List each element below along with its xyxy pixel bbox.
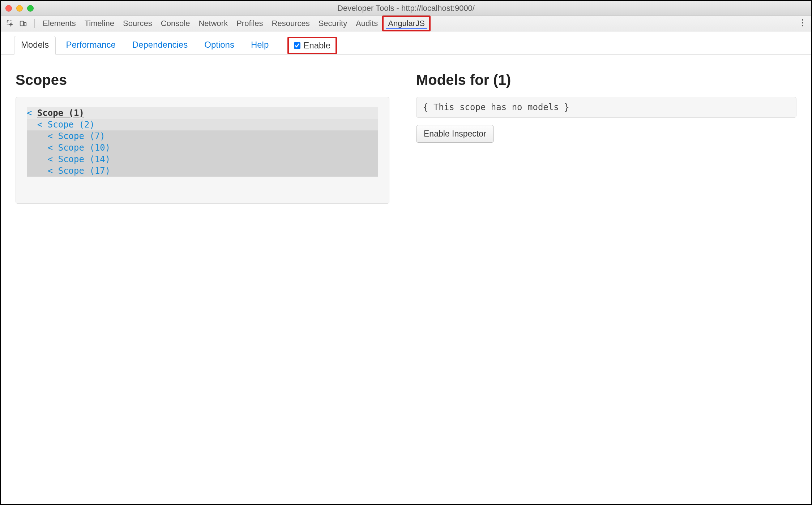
panel-tab-audits[interactable]: Audits xyxy=(351,16,382,31)
panel-tab-security[interactable]: Security xyxy=(314,16,351,31)
scope-row[interactable]: < Scope (1) xyxy=(27,107,378,119)
scopes-panel: < Scope (1) < Scope (2) < Scope (7) < Sc… xyxy=(16,97,389,204)
scope-row[interactable]: < Scope (10) xyxy=(27,142,378,154)
scope-row[interactable]: < Scope (7) xyxy=(27,130,378,142)
devtools-panel-tabs: ElementsTimelineSourcesConsoleNetworkPro… xyxy=(1,16,811,31)
subtab-options[interactable]: Options xyxy=(198,36,241,54)
models-body: { This scope has no models } xyxy=(416,97,796,118)
svg-point-3 xyxy=(802,19,803,21)
enable-label: Enable xyxy=(303,40,330,51)
window-title: Developer Tools - http://localhost:9000/ xyxy=(1,4,811,13)
toolbar-divider xyxy=(34,19,35,28)
panel-tab-angularjs[interactable]: AngularJS xyxy=(382,16,431,31)
window-titlebar: Developer Tools - http://localhost:9000/ xyxy=(1,1,811,16)
scope-row[interactable]: < Scope (17) xyxy=(27,165,378,177)
scope-tree: < Scope (1) < Scope (2) < Scope (7) < Sc… xyxy=(27,107,378,177)
main-content: Scopes < Scope (1) < Scope (2) < Scope (… xyxy=(1,55,811,221)
angularjs-subtabs: ModelsPerformanceDependenciesOptionsHelp… xyxy=(1,31,811,55)
enable-checkbox-container[interactable]: Enable xyxy=(287,37,337,54)
close-window-button[interactable] xyxy=(5,5,12,12)
subtab-dependencies[interactable]: Dependencies xyxy=(126,36,194,54)
subtab-performance[interactable]: Performance xyxy=(59,36,122,54)
scopes-title: Scopes xyxy=(16,72,389,88)
enable-inspector-button[interactable]: Enable Inspector xyxy=(416,125,494,143)
models-title: Models for (1) xyxy=(416,72,796,88)
device-mode-icon[interactable] xyxy=(18,18,29,29)
models-column: Models for (1) { This scope has no model… xyxy=(416,72,796,204)
svg-point-4 xyxy=(802,22,803,23)
panel-tab-timeline[interactable]: Timeline xyxy=(80,16,119,31)
svg-point-5 xyxy=(802,25,803,26)
scopes-column: Scopes < Scope (1) < Scope (2) < Scope (… xyxy=(16,72,389,204)
subtab-help[interactable]: Help xyxy=(244,36,275,54)
more-options-icon[interactable] xyxy=(802,19,804,28)
inspect-element-icon[interactable] xyxy=(5,18,16,29)
scope-row[interactable]: < Scope (14) xyxy=(27,154,378,165)
panel-tab-console[interactable]: Console xyxy=(157,16,195,31)
svg-rect-2 xyxy=(24,22,26,26)
subtab-models[interactable]: Models xyxy=(14,36,56,55)
panel-tab-profiles[interactable]: Profiles xyxy=(232,16,267,31)
enable-checkbox[interactable] xyxy=(294,42,300,49)
panel-tab-sources[interactable]: Sources xyxy=(119,16,157,31)
minimize-window-button[interactable] xyxy=(16,5,23,12)
svg-rect-1 xyxy=(20,21,23,26)
scope-row[interactable]: < Scope (2) xyxy=(27,119,378,130)
panel-tab-network[interactable]: Network xyxy=(194,16,232,31)
window-controls xyxy=(5,5,34,12)
zoom-window-button[interactable] xyxy=(27,5,34,12)
panel-tab-elements[interactable]: Elements xyxy=(38,16,80,31)
panel-tab-resources[interactable]: Resources xyxy=(268,16,314,31)
